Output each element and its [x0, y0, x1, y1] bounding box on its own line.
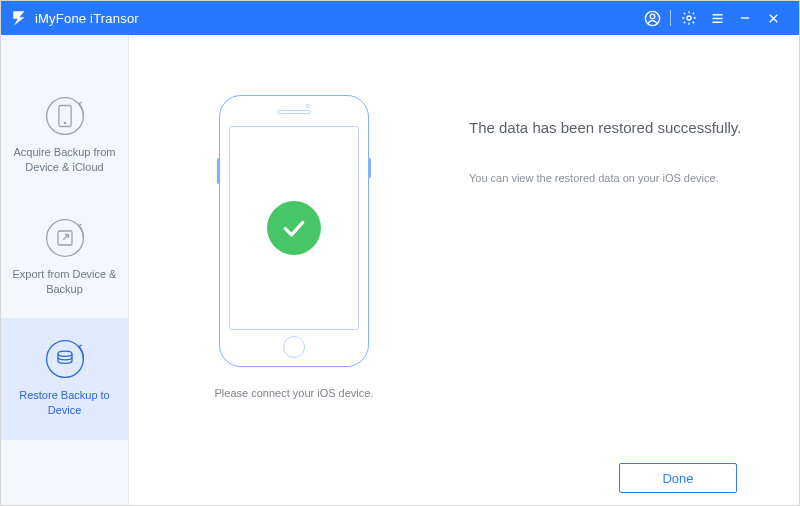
settings-icon[interactable] — [675, 1, 703, 35]
app-logo: iMyFone iTransor — [11, 9, 139, 27]
svg-point-2 — [687, 16, 691, 20]
sidebar-item-label: Acquire Backup from Device & iCloud — [7, 145, 122, 175]
success-message: The data has been restored successfully. — [469, 119, 741, 136]
app-logo-icon — [11, 9, 29, 27]
svg-point-9 — [46, 98, 83, 135]
message-column: The data has been restored successfully.… — [469, 95, 741, 184]
footer: Done — [169, 451, 759, 505]
sidebar-item-restore-backup[interactable]: Restore Backup to Device — [1, 318, 128, 440]
account-icon[interactable] — [638, 1, 666, 35]
svg-point-1 — [650, 14, 655, 19]
done-button[interactable]: Done — [619, 463, 737, 493]
minimize-button[interactable] — [731, 1, 759, 35]
title-bar: iMyFone iTransor — [1, 1, 799, 35]
svg-point-14 — [46, 341, 83, 378]
svg-point-15 — [58, 352, 72, 357]
main-area: Acquire Backup from Device & iCloud Expo… — [1, 35, 799, 505]
svg-point-11 — [63, 122, 65, 124]
sidebar-item-label: Export from Device & Backup — [7, 267, 122, 297]
menu-icon[interactable] — [703, 1, 731, 35]
close-button[interactable] — [759, 1, 787, 35]
phone-illustration — [219, 95, 369, 367]
sidebar: Acquire Backup from Device & iCloud Expo… — [1, 35, 129, 505]
app-title: iMyFone iTransor — [35, 11, 139, 26]
success-subtext: You can view the restored data on your i… — [469, 172, 741, 184]
titlebar-divider — [670, 10, 671, 26]
success-check-icon — [267, 201, 321, 255]
connect-device-prompt: Please connect your iOS device. — [215, 387, 374, 399]
content-area: Please connect your iOS device. The data… — [129, 35, 799, 505]
sidebar-item-acquire-backup[interactable]: Acquire Backup from Device & iCloud — [1, 75, 128, 197]
sidebar-item-label: Restore Backup to Device — [7, 388, 122, 418]
sidebar-item-export[interactable]: Export from Device & Backup — [1, 197, 128, 319]
